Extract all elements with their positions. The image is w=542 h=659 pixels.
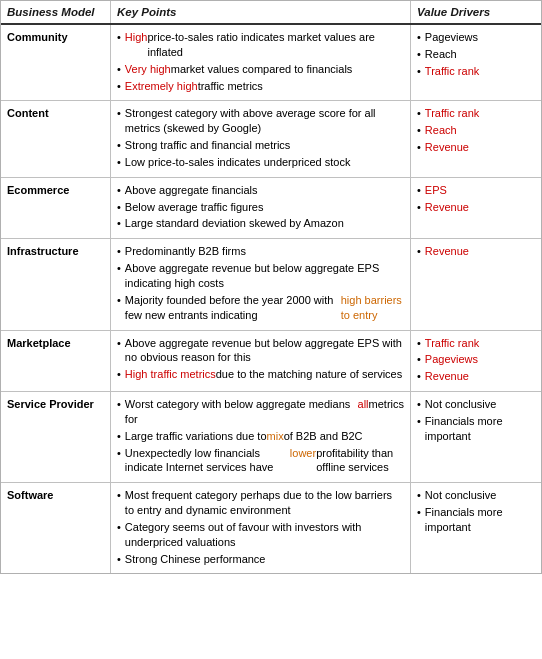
driver-item: EPS xyxy=(417,183,535,198)
bullet-point: Low price-to-sales indicates underpriced… xyxy=(117,155,404,170)
bullet-point: Large traffic variations due to mix of B… xyxy=(117,429,404,444)
cell-value-drivers: Traffic rankReachRevenue xyxy=(411,101,541,176)
driver-item: Traffic rank xyxy=(417,106,535,121)
driver-item: Reach xyxy=(417,47,535,62)
cell-value-drivers: PageviewsReachTraffic rank xyxy=(411,25,541,100)
driver-item: Traffic rank xyxy=(417,64,535,79)
cell-key-points: Above aggregate revenue but below aggreg… xyxy=(111,331,411,392)
table-row: Service ProviderWorst category with belo… xyxy=(1,392,541,483)
table-row: ContentStrongest category with above ave… xyxy=(1,101,541,177)
driver-item: Financials more important xyxy=(417,505,535,535)
driver-item: Reach xyxy=(417,123,535,138)
table-row: CommunityHigh price-to-sales ratio indic… xyxy=(1,25,541,101)
bullet-point: Category seems out of favour with invest… xyxy=(117,520,404,550)
bullet-point: Predominantly B2B firms xyxy=(117,244,404,259)
bullet-point: Unexpectedly low financials indicate Int… xyxy=(117,446,404,476)
header-key-points: Key Points xyxy=(111,1,411,23)
driver-item: Revenue xyxy=(417,200,535,215)
cell-key-points: High price-to-sales ratio indicates mark… xyxy=(111,25,411,100)
driver-item: Financials more important xyxy=(417,414,535,444)
bullet-point: Extremely high traffic metrics xyxy=(117,79,404,94)
cell-business-model: Service Provider xyxy=(1,392,111,482)
table-row: SoftwareMost frequent category perhaps d… xyxy=(1,483,541,573)
bullet-point: Very high market values compared to fina… xyxy=(117,62,404,77)
table-row: EcommerceAbove aggregate financialsBelow… xyxy=(1,178,541,240)
header-value-drivers: Value Drivers xyxy=(411,1,541,23)
driver-item: Traffic rank xyxy=(417,336,535,351)
driver-item: Pageviews xyxy=(417,30,535,45)
cell-value-drivers: Not conclusiveFinancials more important xyxy=(411,392,541,482)
cell-key-points: Above aggregate financialsBelow average … xyxy=(111,178,411,239)
cell-value-drivers: Traffic rankPageviewsRevenue xyxy=(411,331,541,392)
cell-key-points: Predominantly B2B firmsAbove aggregate r… xyxy=(111,239,411,329)
driver-item: Not conclusive xyxy=(417,488,535,503)
bullet-point: Below average traffic figures xyxy=(117,200,404,215)
bullet-point: High price-to-sales ratio indicates mark… xyxy=(117,30,404,60)
bullet-point: High traffic metrics due to the matching… xyxy=(117,367,404,382)
cell-business-model: Marketplace xyxy=(1,331,111,392)
cell-business-model: Content xyxy=(1,101,111,176)
bullet-point: Large standard deviation skewed by Amazo… xyxy=(117,216,404,231)
bullet-point: Strongest category with above average sc… xyxy=(117,106,404,136)
driver-item: Revenue xyxy=(417,369,535,384)
cell-value-drivers: EPSRevenue xyxy=(411,178,541,239)
cell-key-points: Strongest category with above average sc… xyxy=(111,101,411,176)
driver-item: Pageviews xyxy=(417,352,535,367)
bullet-point: Above aggregate revenue but below aggreg… xyxy=(117,261,404,291)
table-body: CommunityHigh price-to-sales ratio indic… xyxy=(1,25,541,573)
header-business-model: Business Model xyxy=(1,1,111,23)
cell-business-model: Software xyxy=(1,483,111,573)
cell-value-drivers: Revenue xyxy=(411,239,541,329)
cell-business-model: Ecommerce xyxy=(1,178,111,239)
driver-item: Revenue xyxy=(417,140,535,155)
bullet-point: Above aggregate revenue but below aggreg… xyxy=(117,336,404,366)
cell-key-points: Worst category with below aggregate medi… xyxy=(111,392,411,482)
driver-item: Not conclusive xyxy=(417,397,535,412)
cell-business-model: Community xyxy=(1,25,111,100)
bullet-point: Strong traffic and financial metrics xyxy=(117,138,404,153)
main-table: Business Model Key Points Value Drivers … xyxy=(0,0,542,574)
bullet-point: Most frequent category perhaps due to th… xyxy=(117,488,404,518)
bullet-point: Majority founded before the year 2000 wi… xyxy=(117,293,404,323)
driver-item: Revenue xyxy=(417,244,535,259)
cell-key-points: Most frequent category perhaps due to th… xyxy=(111,483,411,573)
table-row: InfrastructurePredominantly B2B firmsAbo… xyxy=(1,239,541,330)
table-row: MarketplaceAbove aggregate revenue but b… xyxy=(1,331,541,393)
cell-value-drivers: Not conclusiveFinancials more important xyxy=(411,483,541,573)
table-header: Business Model Key Points Value Drivers xyxy=(1,1,541,25)
cell-business-model: Infrastructure xyxy=(1,239,111,329)
bullet-point: Above aggregate financials xyxy=(117,183,404,198)
bullet-point: Worst category with below aggregate medi… xyxy=(117,397,404,427)
bullet-point: Strong Chinese performance xyxy=(117,552,404,567)
